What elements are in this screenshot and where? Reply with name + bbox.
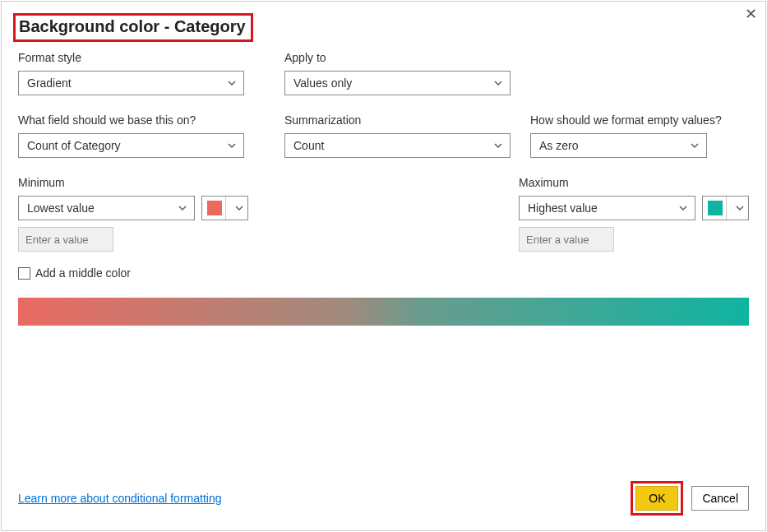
close-icon: ✕ (745, 6, 757, 22)
format-style-field: Format style Gradient (18, 51, 265, 95)
title-highlight: Background color - Category (13, 13, 253, 42)
chevron-down-icon (227, 78, 237, 88)
chevron-down-icon (493, 141, 503, 150)
row-1: Format style Gradient Apply to Values on… (18, 51, 749, 95)
conditional-formatting-dialog: ✕ Background color - Category Format sty… (1, 1, 766, 531)
summarization-field: Summarization Count (284, 113, 511, 158)
footer-buttons: OK Cancel (631, 481, 749, 516)
middle-color-row: Add a middle color (18, 266, 749, 280)
minimum-block: Minimum Lowest value (18, 176, 248, 252)
ok-button[interactable]: OK (635, 486, 678, 511)
empty-format-label: How should we format empty values? (530, 113, 748, 127)
maximum-color-swatch (708, 201, 723, 215)
cancel-button[interactable]: Cancel (691, 486, 749, 511)
apply-to-field: Apply to Values only (284, 51, 511, 95)
row-2: What field should we base this on? Count… (18, 113, 749, 158)
maximum-value-input[interactable] (519, 227, 614, 252)
color-picker-split (225, 197, 247, 220)
maximum-label: Maximum (519, 176, 749, 189)
maximum-value: Highest value (528, 201, 598, 215)
dialog-title: Background color - Category (19, 17, 246, 36)
chevron-down-icon (493, 78, 503, 88)
learn-more-link[interactable]: Learn more about conditional formatting (18, 492, 221, 505)
minimum-controls: Lowest value (18, 196, 248, 220)
maximum-dropdown[interactable]: Highest value (519, 196, 695, 220)
minimum-value-input[interactable] (18, 227, 113, 252)
minimum-color-swatch (207, 201, 222, 215)
based-on-label: What field should we base this on? (18, 113, 265, 127)
based-on-field: What field should we base this on? Count… (18, 113, 265, 158)
minimum-color-picker[interactable] (201, 196, 248, 220)
based-on-dropdown[interactable]: Count of Category (18, 133, 244, 158)
summarization-value: Count (293, 139, 324, 152)
chevron-down-icon (735, 203, 745, 213)
chevron-down-icon (678, 203, 688, 213)
minimum-dropdown[interactable]: Lowest value (18, 196, 195, 220)
apply-to-value: Values only (293, 76, 352, 90)
ok-highlight: OK (631, 481, 683, 516)
format-style-dropdown[interactable]: Gradient (18, 71, 244, 95)
format-style-value: Gradient (27, 76, 72, 90)
empty-format-value: As zero (539, 139, 578, 152)
middle-color-label: Add a middle color (35, 266, 131, 280)
minmax-row: Minimum Lowest value Maximu (18, 176, 749, 252)
gradient-preview (18, 298, 749, 326)
apply-to-dropdown[interactable]: Values only (284, 71, 511, 95)
middle-color-checkbox[interactable] (18, 267, 30, 280)
based-on-value: Count of Category (27, 139, 121, 152)
chevron-down-icon (234, 203, 244, 213)
color-picker-split (726, 197, 748, 220)
minimum-label: Minimum (18, 176, 248, 189)
empty-format-field: How should we format empty values? As ze… (530, 113, 748, 158)
chevron-down-icon (690, 141, 700, 150)
summarization-label: Summarization (284, 113, 511, 127)
minimum-value: Lowest value (27, 201, 95, 215)
chevron-down-icon (178, 203, 187, 213)
maximum-color-picker[interactable] (702, 196, 749, 220)
summarization-dropdown[interactable]: Count (284, 133, 511, 158)
chevron-down-icon (227, 141, 237, 150)
empty-format-dropdown[interactable]: As zero (530, 133, 707, 158)
maximum-controls: Highest value (519, 196, 749, 220)
maximum-block: Maximum Highest value (519, 176, 749, 252)
format-style-label: Format style (18, 51, 265, 64)
dialog-content: Format style Gradient Apply to Values on… (18, 51, 749, 326)
close-button[interactable]: ✕ (745, 7, 757, 21)
dialog-footer: Learn more about conditional formatting … (18, 481, 749, 516)
apply-to-label: Apply to (284, 51, 511, 64)
